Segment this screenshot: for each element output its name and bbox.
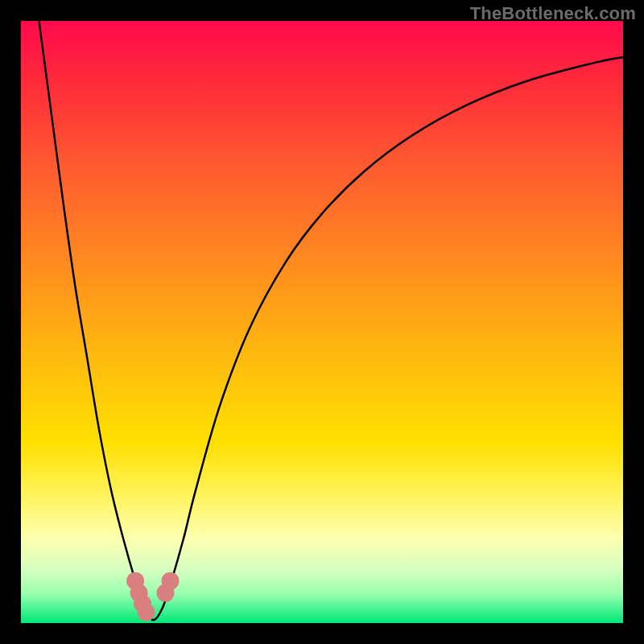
marker-group: [126, 572, 179, 621]
chart-frame: TheBottleneck.com: [0, 0, 644, 644]
chart-svg: [21, 21, 623, 623]
curve-marker: [138, 604, 155, 621]
bottleneck-curve: [39, 21, 623, 620]
curve-marker: [162, 572, 180, 590]
watermark-text: TheBottleneck.com: [470, 3, 636, 24]
plot-area: [21, 21, 623, 623]
